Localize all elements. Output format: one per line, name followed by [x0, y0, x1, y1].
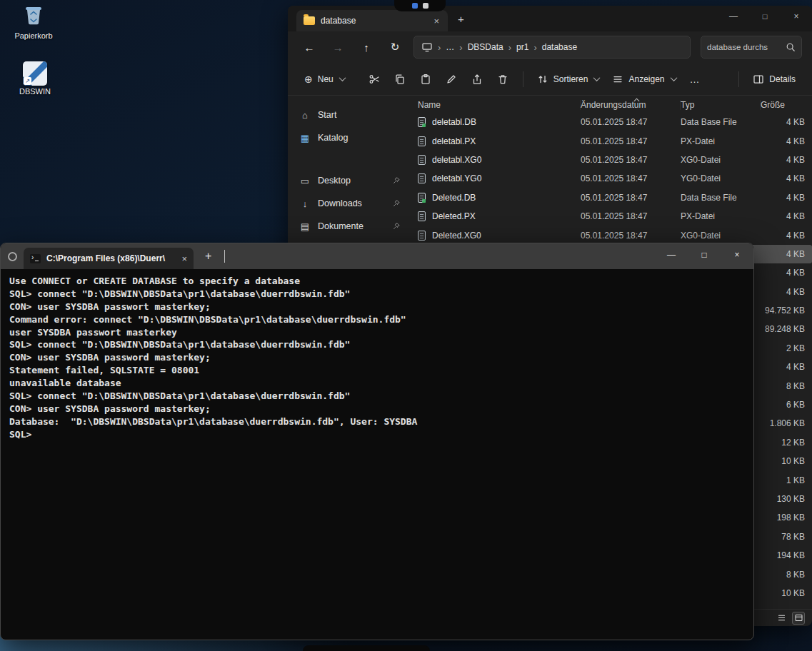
list-view-icon	[612, 74, 623, 85]
file-row[interactable]: Deleted.PX 05.01.2025 18:47 PX-Datei 4 K…	[418, 207, 812, 226]
address-bar[interactable]: › … › DBSData › pr1 › database	[413, 36, 691, 59]
trash-icon	[497, 74, 508, 85]
copy-button[interactable]	[387, 68, 413, 91]
list-view-icon	[777, 613, 786, 622]
explorer-tab[interactable]: database ×	[296, 10, 448, 31]
new-tab-button[interactable]: +	[205, 250, 211, 263]
sidebar-item[interactable]: ⌂ Start	[294, 104, 406, 126]
view-button[interactable]: Anzeigen	[606, 68, 682, 91]
details-view-toggle[interactable]	[792, 612, 805, 625]
sidebar-item[interactable]: ▤ Dokumente	[294, 216, 406, 237]
refresh-button[interactable]: ↻	[382, 36, 408, 58]
maximize-button[interactable]: □	[688, 243, 721, 266]
file-size: 4 KB	[761, 249, 812, 259]
up-button[interactable]: ↑	[354, 36, 379, 58]
file-type: PX-Datei	[681, 211, 761, 221]
terminal-line: Use CONNECT or CREATE DATABASE to specif…	[9, 276, 753, 288]
file-size: 194 KB	[761, 550, 812, 560]
file-size: 12 KB	[761, 438, 812, 448]
share-button[interactable]	[464, 68, 490, 91]
minimize-button[interactable]: —	[718, 6, 749, 27]
terminal-line: Command error: connect "D:\DBSWIN\DBSDat…	[9, 314, 753, 327]
dbswin-app-icon: ↗	[23, 61, 47, 86]
chevron-down-icon	[224, 250, 225, 263]
file-name: deletabl.DB	[432, 117, 476, 127]
file-size: 89.248 KB	[761, 324, 812, 334]
search-box[interactable]: database durchs	[701, 36, 802, 59]
file-row[interactable]: deletabl.YG0 05.01.2025 18:47 YG0-Datei …	[418, 169, 812, 188]
sidebar-item[interactable]: ▦ Katalog	[294, 127, 406, 148]
file-size: 4 KB	[761, 173, 812, 183]
breadcrumb-segment[interactable]: pr1	[516, 42, 528, 52]
sidebar-item[interactable]: ↓ Downloads	[294, 193, 406, 214]
new-tab-button[interactable]: +	[458, 13, 464, 25]
sort-ascending-icon	[633, 98, 640, 102]
breadcrumb-segment[interactable]: database	[542, 42, 577, 52]
file-row[interactable]: deletabl.XG0 05.01.2025 18:47 XG0-Datei …	[418, 151, 812, 169]
breadcrumb-overflow[interactable]: …	[446, 42, 454, 52]
file-row[interactable]: Deleted.DB 05.01.2025 18:47 Data Base Fi…	[418, 188, 812, 207]
file-size: 8 KB	[761, 381, 812, 391]
breadcrumb-segment[interactable]: DBSData	[468, 42, 503, 52]
minimize-button[interactable]: —	[655, 243, 688, 266]
details-pane-button[interactable]: Details	[746, 68, 802, 91]
column-headers: Name Änderungsdatum Typ Größe	[418, 97, 812, 113]
search-input[interactable]: database durchs	[707, 43, 781, 51]
terminal-output[interactable]: Use CONNECT or CREATE DATABASE to specif…	[1, 269, 753, 640]
close-button[interactable]: ×	[781, 6, 812, 27]
file-icon	[418, 173, 426, 183]
sort-button-label: Sortieren	[553, 74, 588, 84]
screen-capture-pill[interactable]	[394, 0, 446, 11]
delete-button[interactable]	[490, 68, 516, 91]
column-header-size[interactable]: Größe	[761, 100, 812, 110]
explorer-tab-title: database	[321, 16, 426, 26]
details-pane-icon	[753, 74, 764, 85]
column-header-date[interactable]: Änderungsdatum	[581, 100, 681, 110]
recycle-bin-icon	[21, 1, 46, 27]
scissors-icon	[369, 74, 380, 85]
tab-close-icon[interactable]: ×	[181, 253, 187, 264]
file-name: Deleted.XG0	[432, 231, 481, 241]
sidebar-item-label: Desktop	[318, 176, 351, 186]
file-date: 05.01.2025 18:47	[581, 173, 681, 183]
file-size: 4 KB	[761, 193, 812, 203]
view-button-label: Anzeigen	[628, 74, 664, 84]
desktop-icon-recycle-bin[interactable]: Papierkorb	[9, 1, 59, 40]
back-button[interactable]: ←	[296, 36, 322, 58]
file-icon	[418, 136, 426, 146]
sidebar-item[interactable]: ▭ Desktop	[294, 170, 406, 191]
column-header-type[interactable]: Typ	[681, 100, 761, 110]
sort-button[interactable]: Sortieren	[531, 68, 606, 91]
cmd-prompt-icon	[30, 254, 41, 263]
paste-button[interactable]	[413, 68, 438, 91]
list-view-toggle[interactable]	[775, 612, 788, 625]
terminal-line: CON> user SYSDBA passwort masterkey;	[9, 301, 753, 314]
rename-button[interactable]	[438, 68, 464, 91]
close-button[interactable]: ×	[721, 243, 753, 266]
column-header-name[interactable]: Name	[418, 100, 581, 110]
file-row[interactable]: Deleted.XG0 05.01.2025 18:47 XG0-Datei 4…	[418, 226, 812, 244]
terminal-line: CON> user SYSDBA password masterkey;	[9, 352, 753, 365]
file-size: 4 KB	[761, 211, 812, 221]
file-row[interactable]: deletabl.DB 05.01.2025 18:47 Data Base F…	[418, 113, 812, 131]
file-size: 1.806 KB	[761, 418, 812, 428]
file-size: 6 KB	[761, 400, 812, 410]
desktop-icon-dbswin[interactable]: ↗ DBSWIN	[10, 61, 60, 96]
file-row[interactable]: deletabl.PX 05.01.2025 18:47 PX-Datei 4 …	[418, 131, 812, 150]
forward-button[interactable]: →	[325, 36, 351, 58]
file-rows: deletabl.DB 05.01.2025 18:47 Data Base F…	[418, 113, 812, 245]
cut-button[interactable]	[361, 68, 387, 91]
more-options-button[interactable]: …	[683, 68, 707, 91]
terminal-tab[interactable]: C:\Program Files (x86)\Duerr\ ×	[24, 248, 194, 269]
details-button-label: Details	[769, 74, 796, 84]
maximize-button[interactable]: □	[749, 6, 781, 27]
file-icon	[418, 231, 426, 241]
taskbar-fragment[interactable]	[303, 645, 430, 651]
new-button[interactable]: ⊕ Neu	[298, 68, 351, 91]
tab-dropdown-button[interactable]	[223, 250, 225, 263]
copy-icon	[394, 74, 406, 85]
window-controls: — □ ×	[718, 6, 812, 27]
chevron-down-icon	[670, 74, 677, 81]
file-date: 05.01.2025 18:47	[581, 211, 681, 221]
tab-close-icon[interactable]: ×	[432, 16, 441, 26]
